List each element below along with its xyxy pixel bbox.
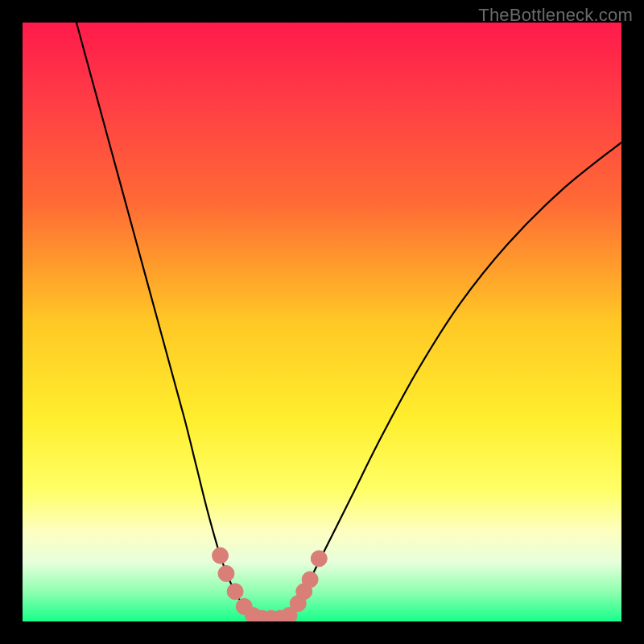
data-marker — [227, 584, 243, 600]
data-marker — [302, 572, 318, 588]
data-marker — [213, 547, 229, 564]
watermark-text: TheBottleneck.com — [478, 5, 633, 26]
gradient-background — [23, 23, 621, 621]
plot-area — [23, 23, 621, 621]
data-marker — [218, 565, 234, 581]
chart-svg — [23, 23, 621, 621]
outer-frame: TheBottleneck.com — [0, 0, 644, 644]
data-marker — [311, 551, 327, 567]
